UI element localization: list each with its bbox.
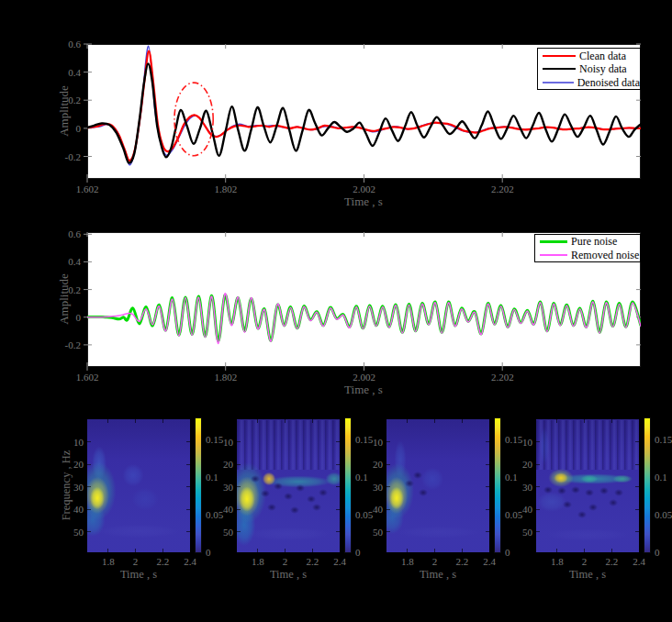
y-tick-mark: [386, 531, 390, 532]
colorbar-tick-label: 0.15: [505, 434, 522, 445]
y-tick-mark: [486, 464, 489, 465]
y-tick-mark: [386, 486, 390, 487]
x-tick-mark: [407, 549, 408, 552]
x-tick-mark: [434, 549, 435, 552]
legend-item-pure-noise: Pure noise: [535, 235, 640, 248]
middle-legend: Pure noise Removed noise: [534, 234, 641, 262]
y-tick-mark: [336, 531, 340, 532]
time-tick-label: 2.4: [633, 556, 645, 567]
x-tick-mark: [434, 419, 435, 423]
y-tick-mark: [386, 441, 390, 442]
y-tick-label: 0.2: [68, 284, 81, 295]
y-tick-label: 0.2: [68, 94, 81, 106]
x-tick-label: 1.802: [214, 372, 237, 383]
frequency-tick-label: 40: [373, 504, 383, 515]
x-tick-mark: [135, 549, 136, 552]
colorbar: [344, 417, 352, 553]
frequency-tick-label: 20: [223, 459, 233, 470]
y-tick-mark: [237, 486, 241, 487]
frequency-tick-label: 10: [522, 437, 532, 448]
y-tick-mark: [336, 441, 340, 442]
x-tick-label: 2.002: [353, 372, 375, 383]
x-tick-mark: [162, 419, 163, 423]
x-tick-mark: [611, 419, 612, 423]
x-tick-mark: [489, 549, 490, 552]
frequency-tick-label: 50: [373, 527, 383, 538]
y-tick-mark: [536, 486, 540, 487]
x-tick-mark: [556, 549, 557, 552]
colorbar-tick-label: 0.15: [355, 434, 373, 445]
time-tick-label: 2.2: [306, 556, 319, 567]
x-tick-mark: [257, 549, 258, 552]
legend-item-clean-data: Clean data: [538, 50, 640, 62]
x-tick-mark: [312, 549, 313, 552]
y-tick-mark: [635, 531, 639, 532]
colorbar-tick-label: 0: [206, 547, 211, 558]
y-tick-mark: [536, 509, 540, 510]
y-tick-mark: [186, 486, 190, 487]
x-tick-mark: [340, 549, 341, 552]
frequency-tick-label: 20: [73, 459, 84, 470]
top-y-axis-label: Amplitude: [57, 85, 72, 137]
frequency-tick-label: 20: [373, 459, 383, 470]
top-legend: Clean data Noisy data Denoised data: [537, 48, 641, 90]
colorbar-tick-label: 0: [505, 547, 510, 558]
x-tick-mark: [107, 549, 108, 552]
legend-label-removed-noise: Removed noise: [571, 250, 639, 261]
spectrogram-panel-3: [386, 419, 489, 552]
colorbar-tick-label: 0: [655, 547, 660, 558]
x-tick-label: 2.202: [491, 183, 514, 194]
spectrogram-x-axis-label: Time , s: [420, 568, 456, 582]
legend-label-noisy: Noisy data: [579, 63, 627, 74]
time-tick-label: 1.8: [252, 556, 264, 567]
x-tick-mark: [639, 549, 640, 552]
top-x-axis-label: Time , s: [344, 194, 383, 209]
figure-canvas: Amplitude Time , s Clean data Noisy data…: [0, 0, 672, 622]
middle-y-axis-label: Amplitude: [57, 273, 72, 325]
frequency-tick-label: 30: [522, 482, 532, 493]
y-tick-mark: [87, 509, 91, 510]
legend-swatch-noisy: [543, 68, 576, 70]
time-tick-label: 1.8: [551, 556, 564, 567]
spectrogram-y-axis-label: Frequency , Hz: [60, 450, 73, 521]
frequency-tick-label: 30: [373, 482, 383, 493]
colorbar-tick-label: 0.05: [505, 509, 522, 520]
colorbar-tick-label: 0.05: [206, 509, 223, 520]
frequency-tick-label: 30: [73, 482, 84, 493]
spectrogram-panel-2: [237, 419, 340, 552]
x-tick-label: 1.602: [76, 372, 99, 383]
colorbar-tick-label: 0.05: [355, 509, 373, 520]
legend-swatch-pure-noise: [540, 240, 567, 243]
x-tick-mark: [312, 419, 313, 423]
time-tick-label: 1.8: [401, 556, 414, 567]
x-tick-mark: [107, 419, 108, 423]
x-tick-mark: [611, 549, 612, 552]
spectrogram-x-axis-label: Time , s: [270, 568, 307, 582]
y-tick-mark: [237, 509, 241, 510]
colorbar: [644, 417, 651, 553]
colorbar-tick-label: 0: [355, 547, 361, 558]
middle-x-axis-label: Time , s: [344, 383, 383, 397]
time-tick-label: 2: [432, 556, 438, 567]
colorbar-tick-label: 0.1: [655, 472, 667, 483]
time-tick-label: 2.2: [455, 556, 468, 567]
x-tick-mark: [285, 549, 286, 552]
legend-label-denoised: Denoised data: [577, 77, 640, 88]
x-tick-mark: [340, 419, 341, 423]
y-tick-mark: [336, 486, 340, 487]
spectrogram-panel-4: [536, 419, 639, 552]
y-tick-mark: [336, 464, 340, 465]
x-tick-mark: [190, 549, 191, 552]
y-tick-mark: [87, 464, 91, 465]
legend-item-denoised-data: Denoised data: [538, 76, 640, 89]
y-tick-mark: [486, 441, 489, 442]
x-tick-mark: [556, 419, 557, 423]
legend-item-noisy-data: Noisy data: [538, 62, 640, 75]
legend-swatch-clean: [543, 55, 576, 57]
time-tick-label: 2: [283, 556, 288, 567]
x-tick-mark: [257, 419, 258, 423]
y-tick-label: 0.6: [68, 39, 81, 50]
time-tick-label: 2.4: [483, 556, 496, 567]
y-tick-label: 0.4: [68, 67, 81, 78]
frequency-tick-label: 10: [73, 437, 84, 448]
